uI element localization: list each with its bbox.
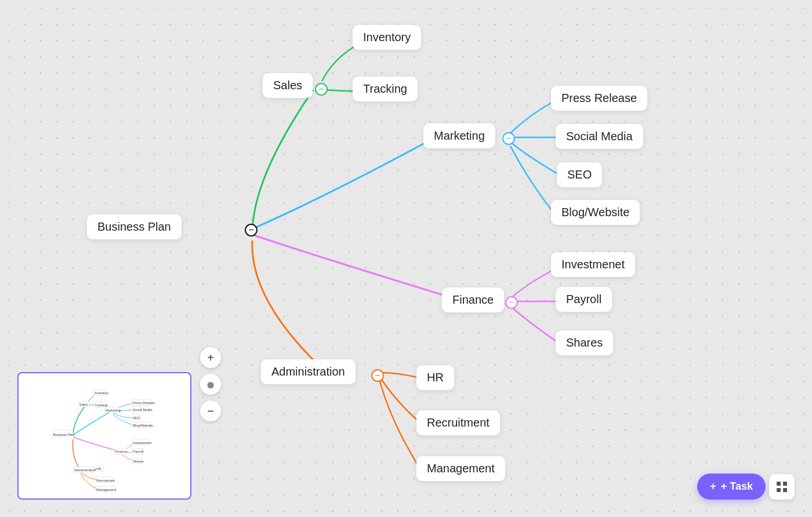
node-business-plan[interactable]: Business Plan	[87, 214, 182, 239]
svg-text:Finance: Finance	[115, 450, 128, 453]
svg-rect-35	[783, 482, 787, 486]
svg-text:Recruitment: Recruitment	[96, 479, 115, 482]
collapse-business-plan[interactable]: −	[245, 224, 258, 236]
minimap-svg: Business Plan Sales Inventory Tracking M…	[19, 373, 190, 498]
node-tracking[interactable]: Tracking	[353, 77, 418, 101]
svg-text:Press Release: Press Release	[133, 401, 155, 405]
node-sales[interactable]: Sales	[263, 73, 313, 98]
minimap: Business Plan Sales Inventory Tracking M…	[17, 372, 191, 500]
svg-text:Shares: Shares	[133, 460, 144, 463]
svg-text:Social Media: Social Media	[133, 408, 153, 412]
svg-text:HR: HR	[96, 467, 102, 471]
zoom-out-button[interactable]: −	[200, 401, 221, 421]
svg-rect-34	[777, 482, 781, 486]
svg-text:Inventory: Inventory	[95, 391, 108, 395]
svg-text:Investmenet: Investmenet	[133, 441, 151, 445]
node-social-media[interactable]: Social Media	[556, 124, 643, 149]
zoom-controls: + ● −	[200, 347, 221, 421]
node-press-release[interactable]: Press Release	[551, 86, 647, 111]
collapse-finance[interactable]: −	[505, 296, 518, 309]
svg-text:SEO: SEO	[133, 416, 140, 420]
svg-text:Tracking: Tracking	[95, 403, 107, 407]
svg-rect-37	[783, 488, 787, 492]
svg-text:Marketing: Marketing	[106, 409, 121, 412]
node-shares[interactable]: Shares	[556, 330, 613, 355]
node-inventory[interactable]: Inventory	[353, 25, 421, 50]
collapse-sales[interactable]: −	[315, 83, 328, 96]
node-seo[interactable]: SEO	[557, 162, 602, 187]
add-task-icon: +	[710, 480, 716, 493]
svg-text:Sales: Sales	[79, 403, 88, 406]
node-management[interactable]: Management	[416, 456, 505, 481]
svg-text:Payroll: Payroll	[133, 450, 143, 453]
node-payroll[interactable]: Payroll	[556, 287, 612, 312]
collapse-marketing[interactable]: −	[502, 132, 515, 145]
node-administration[interactable]: Administration	[261, 359, 356, 384]
node-recruitment[interactable]: Recruitment	[416, 410, 500, 435]
svg-text:Blog/Website: Blog/Website	[133, 424, 153, 427]
add-task-button[interactable]: + + Task	[697, 474, 766, 500]
grid-view-button[interactable]	[769, 474, 795, 500]
node-marketing[interactable]: Marketing	[423, 123, 495, 148]
svg-rect-36	[777, 488, 781, 492]
svg-text:Management: Management	[96, 488, 117, 491]
zoom-in-button[interactable]: +	[200, 347, 221, 368]
add-task-label: + Task	[721, 480, 753, 493]
zoom-reset-button[interactable]: ●	[200, 374, 221, 395]
node-finance[interactable]: Finance	[442, 287, 504, 312]
collapse-administration[interactable]: −	[371, 369, 384, 382]
node-hr[interactable]: HR	[416, 365, 454, 390]
svg-text:Business Plan: Business Plan	[53, 433, 75, 436]
node-blog-website[interactable]: Blog/Website	[551, 200, 640, 225]
node-investmenet[interactable]: Investmenet	[551, 252, 635, 277]
grid-icon	[775, 480, 789, 494]
svg-text:Administration: Administration	[74, 468, 96, 472]
